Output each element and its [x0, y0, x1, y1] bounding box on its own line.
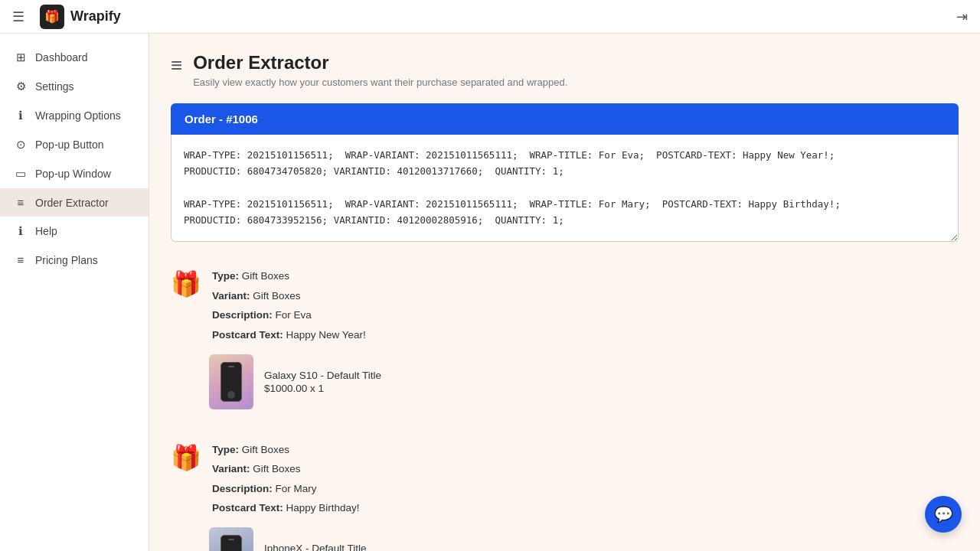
product-title-1: IphoneX - Default Title [264, 543, 367, 551]
page-title: Order Extractor [193, 52, 567, 73]
wrapping-icon: ℹ [14, 109, 28, 122]
settings-icon: ⚙ [14, 80, 28, 93]
wrap-type-0: Type: Gift Boxes [212, 266, 366, 286]
popup-button-icon: ⊙ [14, 138, 28, 152]
wrap-postcard-0: Postcard Text: Happy New Year! [212, 325, 366, 345]
main-content: ≡ Order Extractor Easily view exactly ho… [149, 34, 980, 551]
wrap-details-0: Type: Gift Boxes Variant: Gift Boxes Des… [212, 266, 366, 345]
gift-icon-1: 🎁 [171, 443, 201, 472]
sidebar-label-order-extractor: Order Extractor [35, 197, 109, 209]
sidebar-item-dashboard[interactable]: ⊞ Dashboard [0, 43, 149, 72]
sidebar-label-dashboard: Dashboard [35, 51, 88, 64]
order-extractor-icon: ≡ [14, 196, 28, 209]
wrap-info-1: 🎁 Type: Gift Boxes Variant: Gift Boxes D… [171, 440, 959, 519]
wrap-variant-1: Variant: Gift Boxes [212, 459, 360, 479]
wrap-info-0: 🎁 Type: Gift Boxes Variant: Gift Boxes D… [171, 266, 959, 345]
product-info-0: Galaxy S10 - Default Title $1000.00 x 1 [264, 370, 381, 394]
logo-area: 🎁 Wrapify [40, 5, 947, 29]
product-info-1: IphoneX - Default Title $1000.00 x 1 [264, 543, 367, 551]
sidebar-item-popup-window[interactable]: ▭ Pop-up Window [0, 159, 149, 188]
product-entry-0: Galaxy S10 - Default Title $1000.00 x 1 [209, 354, 959, 409]
product-entry-1: IphoneX - Default Title $1000.00 x 1 [209, 527, 959, 551]
sidebar-label-popup-window: Pop-up Window [35, 168, 111, 180]
raw-order-textarea[interactable] [171, 135, 959, 242]
sidebar-item-pricing[interactable]: ≡ Pricing Plans [0, 246, 149, 274]
sidebar-label-pricing: Pricing Plans [35, 254, 98, 266]
product-thumbnail-1 [209, 527, 253, 551]
page-subtitle: Easily view exactly how your customers w… [193, 77, 567, 88]
dashboard-icon: ⊞ [14, 51, 28, 64]
sidebar-item-wrapping-options[interactable]: ℹ Wrapping Options [0, 101, 149, 130]
order-items: 🎁 Type: Gift Boxes Variant: Gift Boxes D… [171, 266, 959, 551]
chat-bubble[interactable]: 💬 [925, 496, 962, 533]
wrap-type-1: Type: Gift Boxes [212, 440, 360, 460]
order-item-1: 🎁 Type: Gift Boxes Variant: Gift Boxes D… [171, 440, 959, 551]
sidebar-label-popup-button: Pop-up Button [35, 139, 104, 151]
wrap-description-0: Description: For Eva [212, 305, 366, 325]
wrap-details-1: Type: Gift Boxes Variant: Gift Boxes Des… [212, 440, 360, 519]
product-thumbnail-0 [209, 354, 253, 409]
logo-text: Wrapify [70, 8, 121, 24]
gift-icon-0: 🎁 [171, 269, 201, 298]
sidebar-label-wrapping: Wrapping Options [35, 109, 121, 122]
hamburger-icon[interactable]: ☰ [12, 8, 24, 25]
help-icon: ℹ [14, 224, 28, 238]
order-item-0: 🎁 Type: Gift Boxes Variant: Gift Boxes D… [171, 266, 959, 409]
sidebar-item-order-extractor[interactable]: ≡ Order Extractor [0, 188, 149, 217]
sidebar-item-settings[interactable]: ⚙ Settings [0, 72, 149, 101]
order-banner: Order - #1006 [171, 103, 959, 135]
popup-window-icon: ▭ [14, 167, 28, 181]
product-title-0: Galaxy S10 - Default Title [264, 370, 381, 381]
product-price-0: $1000.00 x 1 [264, 383, 381, 394]
pricing-icon: ≡ [14, 253, 28, 266]
sidebar-item-popup-button[interactable]: ⊙ Pop-up Button [0, 130, 149, 159]
wrap-postcard-1: Postcard Text: Happy Birthday! [212, 498, 360, 518]
chat-icon: 💬 [934, 505, 953, 523]
page-header-text: Order Extractor Easily view exactly how … [193, 52, 567, 88]
page-header: ≡ Order Extractor Easily view exactly ho… [171, 52, 959, 88]
sidebar-label-help: Help [35, 225, 57, 237]
exit-icon[interactable]: ⇥ [956, 8, 968, 25]
sidebar-item-help[interactable]: ℹ Help [0, 217, 149, 246]
page-header-icon: ≡ [171, 54, 182, 77]
wrap-description-1: Description: For Mary [212, 479, 360, 499]
sidebar-label-settings: Settings [35, 80, 74, 93]
order-section: Order - #1006 [171, 103, 959, 245]
sidebar: ⊞ Dashboard ⚙ Settings ℹ Wrapping Option… [0, 34, 149, 551]
wrap-variant-0: Variant: Gift Boxes [212, 286, 366, 306]
logo-icon: 🎁 [40, 5, 64, 29]
topbar: ☰ 🎁 Wrapify ⇥ [0, 0, 980, 34]
